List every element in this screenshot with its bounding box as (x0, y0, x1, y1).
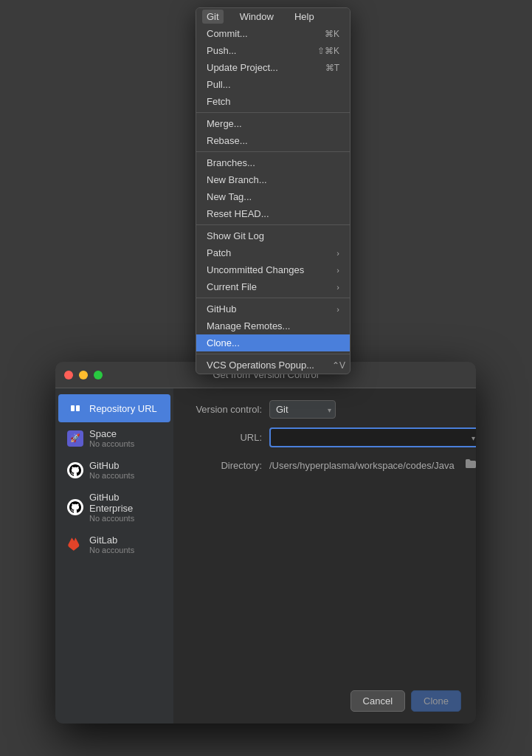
clone-button[interactable]: Clone (411, 690, 461, 712)
menu-item-update-project[interactable]: Update Project... ⌘T (196, 59, 350, 76)
sidebar-item-gitlab[interactable]: GitLab No accounts (58, 529, 170, 560)
sidebar-item-space-sub: No accounts (89, 439, 134, 448)
menu-item-new-tag[interactable]: New Tag... (196, 188, 350, 205)
menu-item-vcs-operations[interactable]: VCS Operations Popup... ⌃V (196, 357, 350, 374)
cancel-button[interactable]: Cancel (350, 690, 405, 712)
svg-rect-1 (76, 405, 80, 411)
menu-item-current-file[interactable]: Current File › (196, 278, 350, 295)
version-control-label: Version control: (188, 404, 262, 415)
uncommitted-arrow: › (336, 266, 339, 275)
menu-bar-git[interactable]: Git (202, 10, 224, 24)
sidebar-item-github-enterprise-label: GitHub Enterprise (89, 492, 162, 514)
svg-rect-0 (71, 405, 75, 411)
menu-item-github[interactable]: GitHub › (196, 300, 350, 317)
menu-item-commit[interactable]: Commit... ⌘K (196, 25, 350, 42)
get-from-vcs-dialog: Get from Version Control Repository URL (55, 362, 476, 724)
dialog-footer: Cancel Clone (350, 690, 461, 712)
version-control-select[interactable]: Git (269, 400, 336, 419)
menu-item-fetch[interactable]: Fetch (196, 93, 350, 110)
current-file-arrow: › (336, 283, 339, 292)
menu-bar-window[interactable]: Window (235, 10, 278, 24)
gitlab-icon (67, 537, 83, 553)
directory-value: /Users/hyperplasma/workspace/codes/Java (269, 460, 455, 471)
browse-folder-button[interactable] (462, 456, 476, 474)
version-control-row: Version control: Git ▾ (188, 400, 476, 419)
directory-label: Directory: (188, 460, 262, 471)
space-icon: 🚀 (67, 430, 83, 447)
sidebar-item-github-label: GitHub (89, 460, 134, 471)
menu-item-manage-remotes[interactable]: Manage Remotes... (196, 317, 350, 334)
menu-item-branches[interactable]: Branches... (196, 154, 350, 171)
github-icon (67, 462, 83, 478)
url-dropdown-icon: ▾ (471, 433, 475, 441)
sidebar-item-gitlab-sub: No accounts (89, 546, 134, 554)
menu-item-patch[interactable]: Patch › (196, 244, 350, 261)
dialog-body: Repository URL 🚀 Space No accounts (55, 388, 476, 724)
menu-item-merge[interactable]: Merge... (196, 115, 350, 132)
menu-item-pull[interactable]: Pull... (196, 76, 350, 93)
maximize-button[interactable] (94, 371, 103, 379)
menu-bar-help[interactable]: Help (290, 10, 319, 24)
github-enterprise-icon (67, 499, 83, 515)
menu-item-clone[interactable]: Clone... (196, 334, 350, 351)
url-input-wrapper: ▾ (269, 427, 476, 447)
sidebar-item-github-enterprise-sub: No accounts (89, 514, 162, 523)
repo-url-icon (67, 400, 83, 416)
divider-2 (196, 151, 350, 152)
menu-item-uncommitted-changes[interactable]: Uncommitted Changes › (196, 261, 350, 278)
sidebar-item-github[interactable]: GitHub No accounts (58, 454, 170, 486)
url-label: URL: (188, 432, 262, 443)
menu-item-rebase[interactable]: Rebase... (196, 132, 350, 149)
divider-5 (196, 354, 350, 354)
divider-3 (196, 224, 350, 225)
url-row: URL: ▾ (188, 427, 476, 447)
git-menu: Git Window Help Commit... ⌘K Push... ⇧⌘K… (196, 7, 350, 374)
menu-item-show-git-log[interactable]: Show Git Log (196, 227, 350, 244)
menu-bar: Git Window Help (196, 8, 350, 25)
sidebar-item-github-enterprise[interactable]: GitHub Enterprise No accounts (58, 486, 170, 529)
sidebar-item-gitlab-label: GitLab (89, 535, 134, 546)
menu-item-push[interactable]: Push... ⇧⌘K (196, 42, 350, 59)
close-button[interactable] (64, 371, 73, 379)
patch-arrow: › (336, 249, 339, 258)
url-input[interactable] (269, 427, 476, 447)
sidebar-item-github-sub: No accounts (89, 471, 134, 480)
sidebar-item-repository-url[interactable]: Repository URL (58, 394, 170, 422)
directory-row: Directory: /Users/hyperplasma/workspace/… (188, 456, 476, 474)
version-control-wrapper: Git ▾ (269, 400, 336, 419)
sidebar-item-repo-url-label: Repository URL (89, 403, 157, 414)
divider-4 (196, 298, 350, 298)
menu-item-reset-head[interactable]: Reset HEAD... (196, 205, 350, 222)
sidebar-item-space[interactable]: 🚀 Space No accounts (58, 422, 170, 454)
menu-item-new-branch[interactable]: New Branch... (196, 171, 350, 188)
minimize-button[interactable] (79, 371, 88, 379)
dialog-sidebar: Repository URL 🚀 Space No accounts (55, 388, 173, 724)
sidebar-item-space-label: Space (89, 428, 134, 439)
github-arrow: › (336, 305, 339, 314)
dialog-main: Version control: Git ▾ URL: ▾ Directory:… (173, 388, 476, 724)
window-controls (64, 371, 103, 379)
divider-1 (196, 112, 350, 113)
